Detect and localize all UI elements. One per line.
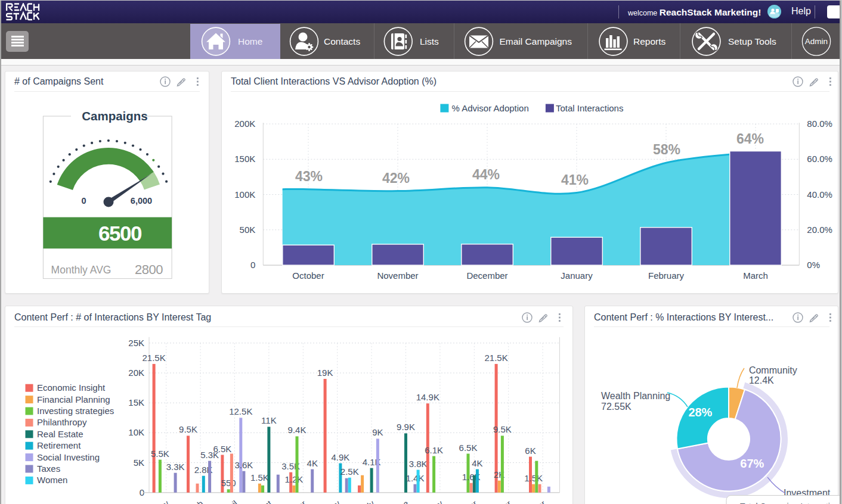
svg-text:% Advisor Adoption: % Advisor Adoption bbox=[452, 103, 529, 113]
svg-text:Wealth Planning: Wealth Planning bbox=[601, 391, 670, 401]
svg-text:Philanthropy: Philanthropy bbox=[37, 417, 87, 427]
svg-text:67%: 67% bbox=[740, 457, 764, 470]
svg-text:550: 550 bbox=[221, 478, 236, 488]
svg-text:9.9K: 9.9K bbox=[397, 422, 415, 432]
svg-text:21.5K: 21.5K bbox=[484, 353, 507, 363]
svg-text:Campaigns: Campaigns bbox=[82, 109, 148, 123]
svg-text:March: March bbox=[181, 499, 205, 504]
svg-text:3.3K: 3.3K bbox=[166, 462, 185, 472]
svg-text:14.9K: 14.9K bbox=[416, 392, 439, 402]
svg-text:1.4K: 1.4K bbox=[406, 473, 425, 483]
svg-text:Economic Insight: Economic Insight bbox=[37, 382, 106, 393]
svg-text:6,000: 6,000 bbox=[131, 196, 152, 206]
svg-text:4K: 4K bbox=[472, 458, 482, 468]
svg-text:200K: 200K bbox=[234, 119, 255, 129]
svg-text:May: May bbox=[426, 499, 445, 504]
svg-text:1.2K: 1.2K bbox=[284, 474, 303, 484]
svg-text:Total Campaign Interactions: Total Campaign Interactions bbox=[740, 502, 840, 504]
svg-text:43%: 43% bbox=[295, 169, 323, 184]
svg-text:Setup Tools: Setup Tools bbox=[728, 36, 776, 46]
svg-text:41%: 41% bbox=[561, 172, 589, 188]
svg-text:February: February bbox=[139, 499, 171, 504]
svg-text:6500: 6500 bbox=[98, 222, 142, 245]
svg-text:60.0%: 60.0% bbox=[807, 154, 832, 164]
svg-text:40.0%: 40.0% bbox=[807, 189, 832, 200]
svg-text:January: January bbox=[561, 270, 593, 281]
svg-text:20.0%: 20.0% bbox=[807, 225, 832, 235]
svg-text:Taxes: Taxes bbox=[37, 463, 60, 474]
svg-text:9K: 9K bbox=[372, 427, 383, 437]
svg-text:64%: 64% bbox=[736, 131, 764, 147]
svg-text:March: March bbox=[743, 270, 768, 281]
svg-text:19K: 19K bbox=[317, 368, 333, 378]
svg-text:February: February bbox=[648, 270, 685, 281]
svg-text:50K: 50K bbox=[240, 225, 256, 235]
svg-text:6.1K: 6.1K bbox=[425, 445, 443, 455]
svg-text:6.5K: 6.5K bbox=[459, 443, 478, 453]
svg-text:April: April bbox=[221, 499, 240, 504]
svg-text:October: October bbox=[292, 270, 324, 281]
svg-text:11K: 11K bbox=[261, 415, 277, 425]
svg-text:Community: Community bbox=[749, 365, 797, 375]
svg-text:1.5K: 1.5K bbox=[524, 473, 543, 483]
svg-text:0%: 0% bbox=[807, 260, 820, 270]
svg-text:20K: 20K bbox=[128, 368, 144, 378]
svg-text:5.5K: 5.5K bbox=[151, 449, 169, 459]
svg-text:November: November bbox=[443, 499, 479, 504]
svg-text:72.55K: 72.55K bbox=[601, 402, 632, 412]
svg-text:58%: 58% bbox=[653, 142, 680, 157]
svg-text:4.9K: 4.9K bbox=[331, 452, 349, 462]
svg-text:Home: Home bbox=[238, 36, 262, 46]
svg-text:6K: 6K bbox=[525, 446, 535, 456]
svg-text:12.4K: 12.4K bbox=[749, 375, 774, 385]
svg-text:100K: 100K bbox=[234, 189, 255, 200]
svg-text:January: January bbox=[313, 499, 342, 504]
svg-text:1.5K: 1.5K bbox=[250, 472, 269, 483]
svg-text:Financial Planning: Financial Planning bbox=[37, 394, 110, 405]
svg-text:Admin: Admin bbox=[805, 37, 828, 46]
svg-text:July: July bbox=[359, 499, 376, 504]
svg-text:150K: 150K bbox=[234, 154, 255, 164]
svg-text:80.0%: 80.0% bbox=[807, 119, 832, 129]
svg-text:25K: 25K bbox=[128, 338, 144, 348]
svg-text:0: 0 bbox=[81, 196, 86, 206]
svg-text:9.4K: 9.4K bbox=[288, 425, 307, 435]
svg-text:5K: 5K bbox=[134, 458, 144, 468]
svg-text:44%: 44% bbox=[472, 167, 500, 182]
svg-text:Retirement: Retirement bbox=[37, 440, 81, 450]
svg-text:12.5K: 12.5K bbox=[229, 406, 252, 416]
svg-text:June: June bbox=[391, 499, 411, 504]
svg-text:9.5K: 9.5K bbox=[493, 424, 512, 434]
svg-text:December: December bbox=[466, 270, 507, 281]
svg-text:Investing strategies: Investing strategies bbox=[37, 406, 114, 416]
svg-text:4K: 4K bbox=[307, 458, 318, 468]
svg-text:3.6K: 3.6K bbox=[234, 460, 253, 470]
svg-text:December: December bbox=[272, 499, 308, 504]
svg-text:9.5K: 9.5K bbox=[179, 424, 197, 434]
svg-text:August: August bbox=[247, 499, 274, 504]
svg-text:Total Interactions: Total Interactions bbox=[556, 103, 623, 113]
svg-text:21.5K: 21.5K bbox=[142, 353, 165, 363]
svg-text:2.5K: 2.5K bbox=[340, 466, 359, 477]
svg-text:Contacts: Contacts bbox=[324, 36, 360, 46]
svg-text:42%: 42% bbox=[382, 170, 410, 186]
svg-text:November: November bbox=[377, 270, 418, 281]
svg-text:Reports: Reports bbox=[633, 36, 666, 46]
svg-text:Social Investing: Social Investing bbox=[37, 452, 100, 462]
svg-text:Email Campaigns: Email Campaigns bbox=[500, 36, 572, 46]
svg-text:0: 0 bbox=[250, 260, 255, 270]
svg-text:Real Estate: Real Estate bbox=[37, 429, 83, 439]
svg-text:6.5K: 6.5K bbox=[213, 444, 231, 454]
svg-text:Lists: Lists bbox=[420, 36, 439, 46]
svg-text:15K: 15K bbox=[128, 397, 144, 407]
svg-text:September: September bbox=[510, 499, 547, 504]
svg-text:28%: 28% bbox=[688, 406, 712, 419]
svg-text:2800: 2800 bbox=[135, 262, 163, 277]
svg-text:October: October bbox=[484, 499, 513, 504]
svg-text:Monthly AVG: Monthly AVG bbox=[51, 264, 112, 276]
svg-text:Women: Women bbox=[37, 475, 67, 485]
svg-text:3.8K: 3.8K bbox=[409, 459, 428, 469]
svg-text:10K: 10K bbox=[128, 427, 144, 437]
